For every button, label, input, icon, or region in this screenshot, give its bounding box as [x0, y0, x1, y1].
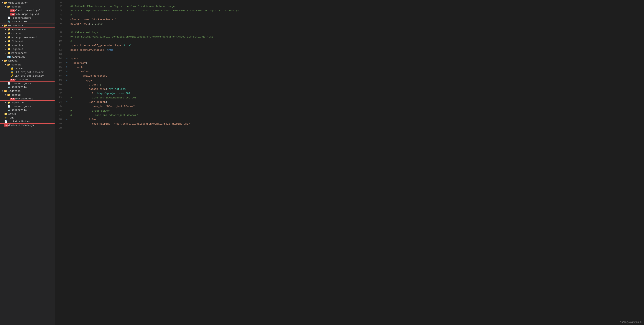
line-content: network.host: 0.0.0.0: [69, 22, 644, 26]
tree-arrow: ▶: [4, 44, 7, 46]
sidebar-item-kibana-folder[interactable]: ▼📂kibana: [0, 59, 55, 63]
line-gutter: ⊖: [65, 74, 69, 78]
tree-icon-docker: 🐳: [7, 86, 10, 89]
tree-icon-folder: 📂: [4, 1, 8, 4]
line-number: 20: [55, 83, 65, 87]
line-content: xpack:: [69, 57, 644, 61]
code-token: :: [96, 83, 100, 86]
line-gutter: ⊖: [65, 61, 69, 65]
sidebar-item-logspout-folder[interactable]: ▶📁logspout: [0, 47, 55, 51]
sidebar-item-config-folder-3[interactable]: ▼📂config: [0, 93, 55, 97]
line-number: 6: [55, 22, 65, 26]
line-number: 29: [55, 122, 65, 126]
code-token: :: [89, 22, 92, 25]
code-line: 30: [55, 126, 644, 130]
line-content: domain_name: project.com: [69, 87, 644, 91]
tree-label: role-mapping.yml: [14, 13, 39, 16]
sidebar-item-elk-project-cer[interactable]: 🔒ELK.project.com.cer: [0, 70, 55, 74]
sidebar-item-metricbeat-folder[interactable]: ▶📁metricbeat: [0, 51, 55, 55]
code-token: base_dn: [70, 105, 102, 108]
tree-label: config: [12, 63, 21, 66]
tree-label: logstash.yml: [14, 97, 33, 100]
code-token: :: [94, 79, 95, 82]
line-content: ## Default Elasticsearch configuration f…: [69, 4, 644, 9]
sidebar-item-dockerfile-1[interactable]: 🐳Dockerfile: [0, 20, 55, 23]
code-token: project.com: [109, 88, 126, 91]
code-line: 26# group_search:: [55, 109, 644, 113]
sidebar-item-apm-server-folder[interactable]: ▶📁apm-server: [0, 27, 55, 31]
sidebar-item-env-file[interactable]: ⚙.env: [0, 116, 55, 120]
sidebar-item-gitattributes[interactable]: 📄.gitattributes: [0, 120, 55, 123]
line-content: xpack.license.self_generated.type: trial: [69, 43, 644, 48]
line-gutter: [65, 91, 69, 96]
sidebar-item-logstash-folder[interactable]: ▼📂logstash: [0, 89, 55, 93]
sidebar-item-dockerignore-3[interactable]: 📄.dockerignore: [0, 104, 55, 108]
code-token: :: [107, 74, 109, 77]
code-line: 23# bind_dn: ELKAdmin@project.com: [55, 96, 644, 100]
tree-label: filebeat: [12, 40, 24, 43]
tree-arrow: ▼: [4, 6, 7, 8]
code-line: 4#: [55, 13, 644, 17]
sidebar-item-setup-folder[interactable]: ▶📁setup: [0, 112, 55, 116]
sidebar-item-config-folder-2[interactable]: ▼📂config: [0, 63, 55, 67]
code-line: 7: [55, 26, 644, 30]
code-token: xpack.security.enabled: [70, 48, 104, 51]
tree-label: elasticsearch: [8, 1, 28, 4]
sidebar-item-filebeat-folder[interactable]: ▶📁filebeat: [0, 39, 55, 43]
line-gutter: [65, 35, 69, 39]
sidebar-item-pipeline-folder[interactable]: ▶📁pipeline: [0, 101, 55, 104]
tree-icon-docker: 🐳: [7, 109, 10, 112]
line-content: authc:: [69, 65, 644, 69]
sidebar-item-dockerfile-3[interactable]: 🐳Dockerfile: [0, 108, 55, 112]
sidebar-item-config-folder-1[interactable]: ▼📂config: [0, 5, 55, 9]
line-number: 26: [55, 109, 65, 113]
code-token: ## Default Elasticsearch configuration f…: [70, 5, 176, 8]
sidebar-item-ca-cer[interactable]: 🔒ca.cer: [0, 67, 55, 70]
sidebar-item-dockerignore-2[interactable]: 📄.dockerignore: [0, 81, 55, 85]
tree-icon-yml: YML: [10, 9, 14, 12]
tree-label: Dockerfile: [12, 20, 27, 23]
sidebar-item-dockerfile-2[interactable]: 🐳Dockerfile: [0, 85, 55, 89]
sidebar-item-extensions-folder[interactable]: ▼📂extensions: [0, 23, 55, 27]
tree-arrow: ▼: [4, 64, 7, 66]
line-gutter: ⊖: [65, 78, 69, 83]
sidebar-item-readme-md[interactable]: MDREADME.md: [0, 55, 55, 59]
line-number: 15: [55, 61, 65, 65]
line-gutter: [65, 17, 69, 22]
line-number: 8: [55, 30, 65, 35]
sidebar-item-role-mapping-yml[interactable]: YMLrole-mapping.yml: [0, 12, 55, 16]
tree-icon-folder: 📂: [4, 89, 8, 92]
line-gutter: [65, 96, 69, 100]
code-line: 25 base_dn: "DC=project,DC=com": [55, 104, 644, 109]
line-gutter: ⊖: [65, 100, 69, 104]
sidebar-item-enterprise-search-folder[interactable]: ▶📁enterprise-search: [0, 35, 55, 39]
sidebar-item-dockerignore-1[interactable]: 📄.dockerignore: [0, 16, 55, 20]
tree-label: extensions: [8, 24, 24, 27]
sidebar-item-elk-project-key[interactable]: 🔑ELK.project.com.key: [0, 74, 55, 78]
line-number: 25: [55, 104, 65, 109]
code-token: :: [89, 18, 92, 21]
code-token: :: [104, 48, 107, 51]
sidebar-item-logstash-yml[interactable]: YMLlogstash.yml: [0, 97, 55, 101]
code-token: network.host: [70, 22, 89, 25]
sidebar-item-curator-folder[interactable]: ▶📁curator: [0, 31, 55, 35]
tree-icon-gitignore: 📄: [7, 105, 10, 108]
code-line: 2## Default Elasticsearch configuration …: [55, 4, 644, 9]
code-token: domain_name: [70, 88, 106, 91]
sidebar-item-elasticsearch-yml[interactable]: YMLelasticsearch.yml: [0, 9, 55, 12]
sidebar-item-kibana-yml[interactable]: YMLkibana.yml: [0, 78, 55, 81]
tree-icon-folder: 📂: [4, 59, 8, 62]
code-token: :: [96, 118, 98, 121]
line-number: 3: [55, 9, 65, 13]
code-token: "/usr/share/elasticsearch/config/role-ma…: [113, 122, 190, 125]
code-token: :: [110, 109, 112, 112]
sidebar-item-heartbeat-folder[interactable]: ▶📁heartbeat: [0, 43, 55, 47]
tree-label: ca.cer: [14, 67, 24, 70]
sidebar-item-docker-compose-yml[interactable]: YMLdocker-compose.yml: [0, 123, 55, 127]
line-content: ## see https://www.elastic.co/guide/en/e…: [69, 35, 644, 39]
sidebar-item-elasticsearch-folder[interactable]: ▼📂elasticsearch: [0, 1, 55, 5]
tree-label: docker-compose.yml: [8, 124, 36, 127]
tree-icon-yml: YML: [10, 97, 14, 100]
line-number: 27: [55, 113, 65, 117]
code-line: 13: [55, 52, 644, 57]
